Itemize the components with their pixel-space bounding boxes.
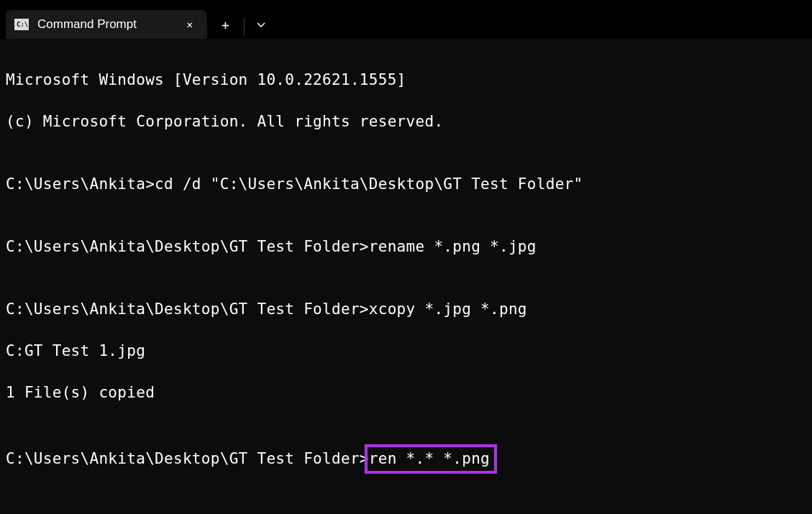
new-tab-button[interactable]: + (207, 10, 244, 39)
command-text: cd /d "C:\Users\Ankita\Desktop\GT Test F… (155, 175, 583, 193)
cmd-line-rename: C:\Users\Ankita\Desktop\GT Test Folder>r… (6, 237, 806, 257)
prompt: C:\Users\Ankita\Desktop\GT Test Folder> (6, 300, 369, 318)
version-line: Microsoft Windows [Version 10.0.22621.15… (6, 70, 806, 91)
tab-title: Command Prompt (37, 17, 181, 32)
highlighted-command: ren *.* *.png (365, 444, 497, 474)
output-file: C:GT Test 1.jpg (6, 341, 806, 362)
prompt: C:\Users\Ankita\Desktop\GT Test Folder> (6, 450, 369, 467)
cmd-icon: C:\ (14, 19, 29, 30)
titlebar: C:\ Command Prompt ✕ + (0, 0, 812, 39)
tab-command-prompt[interactable]: C:\ Command Prompt ✕ (6, 10, 207, 39)
command-text: rename *.png *.jpg (369, 238, 537, 255)
cmd-line-xcopy: C:\Users\Ankita\Desktop\GT Test Folder>x… (6, 299, 806, 320)
terminal-output[interactable]: Microsoft Windows [Version 10.0.22621.15… (0, 39, 812, 505)
chevron-down-icon (256, 19, 266, 29)
copyright-line: (c) Microsoft Corporation. All rights re… (6, 111, 806, 132)
close-icon[interactable]: ✕ (181, 16, 199, 33)
prompt: C:\Users\Ankita\Desktop\GT Test Folder> (6, 238, 369, 255)
plus-icon: + (222, 17, 229, 32)
cmd-line-cd: C:\Users\Ankita>cd /d "C:\Users\Ankita\D… (6, 174, 806, 195)
command-text: ren *.* *.png (369, 450, 490, 467)
output-copied: 1 File(s) copied (6, 382, 806, 403)
command-text: xcopy *.jpg *.png (369, 300, 527, 318)
cmd-line-ren: C:\Users\Ankita\Desktop\GT Test Folder>r… (6, 444, 806, 474)
prompt: C:\Users\Ankita> (6, 175, 155, 193)
cmd-icon-glyph: C:\ (17, 22, 28, 28)
tab-dropdown-button[interactable] (245, 10, 278, 39)
